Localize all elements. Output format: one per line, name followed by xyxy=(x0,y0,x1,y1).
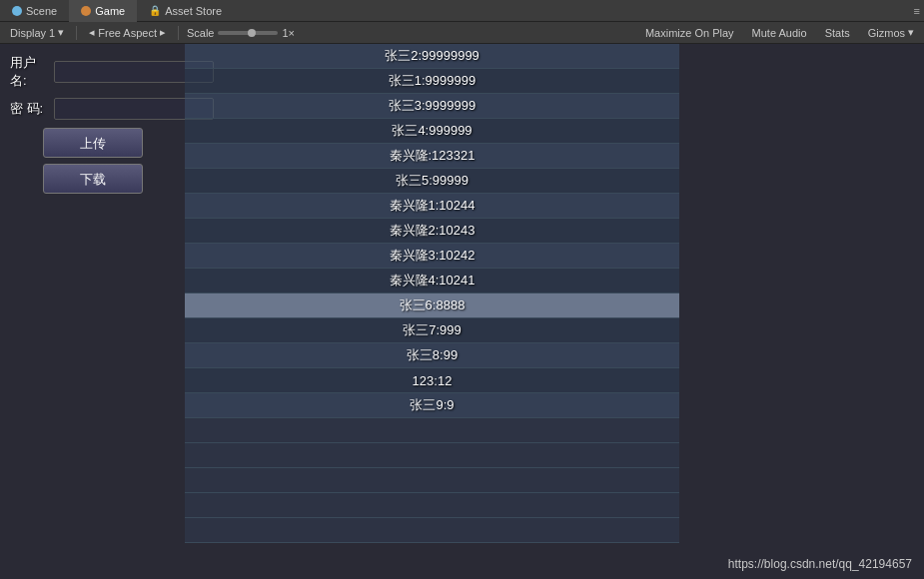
list-item[interactable]: 123:12 xyxy=(185,368,679,393)
tab-game[interactable]: Game xyxy=(69,0,137,22)
gizmos-btn[interactable]: Gizmos ▾ xyxy=(864,25,918,40)
tab-menu-icon[interactable]: ≡ xyxy=(914,5,924,17)
scene-icon xyxy=(12,6,22,16)
aspect-chevron-right-icon: ▸ xyxy=(160,26,166,39)
list-item[interactable]: 张三7:999 xyxy=(185,318,679,343)
toolbar-separator-2 xyxy=(178,26,179,40)
toolbar-separator-1 xyxy=(76,26,77,40)
mute-btn[interactable]: Mute Audio xyxy=(748,26,811,40)
toolbar-right: Maximize On Play Mute Audio Stats Gizmos… xyxy=(641,25,918,40)
aspect-chevron-left-icon: ◂ xyxy=(89,26,95,39)
tab-scene[interactable]: Scene xyxy=(0,0,69,22)
username-label: 用户名: xyxy=(10,54,50,90)
scale-slider-thumb xyxy=(248,29,256,37)
gizmos-label: Gizmos xyxy=(868,27,905,39)
gizmos-chevron-icon: ▾ xyxy=(908,26,914,39)
password-label: 密 码: xyxy=(10,100,50,118)
list-item[interactable]: 张三5:99999 xyxy=(185,169,679,194)
list-item[interactable]: 张三1:9999999 xyxy=(185,69,679,94)
leaderboard-panel: 张三2:99999999张三1:9999999张三3:9999999张三4:99… xyxy=(185,44,679,549)
aspect-label: Free Aspect xyxy=(98,27,157,39)
download-button[interactable]: 下载 xyxy=(43,164,143,194)
stats-btn[interactable]: Stats xyxy=(821,26,854,40)
scale-control: Scale 1× xyxy=(187,27,295,39)
list-item[interactable]: 张三8:99 xyxy=(185,343,679,368)
list-item[interactable] xyxy=(185,518,679,543)
list-item[interactable]: 秦兴隆2:10243 xyxy=(185,219,679,244)
display-label: Display 1 xyxy=(10,27,55,39)
ui-overlay: 用户名: 密 码: 上传 下载 xyxy=(0,44,185,210)
list-item[interactable] xyxy=(185,493,679,518)
display-chevron-icon: ▾ xyxy=(58,26,64,39)
upload-button[interactable]: 上传 xyxy=(43,128,143,158)
list-item[interactable] xyxy=(185,418,679,443)
list-item[interactable] xyxy=(185,443,679,468)
tab-scene-label: Scene xyxy=(26,5,57,17)
list-item[interactable]: 张三9:9 xyxy=(185,393,679,418)
tab-game-label: Game xyxy=(95,5,125,17)
tab-bar: Scene Game 🔒 Asset Store ≡ xyxy=(0,0,924,22)
maximize-btn[interactable]: Maximize On Play xyxy=(641,26,738,40)
toolbar: Display 1 ▾ ◂ Free Aspect ▸ Scale 1× Max… xyxy=(0,22,924,44)
tab-asset[interactable]: 🔒 Asset Store xyxy=(137,0,234,22)
list-item[interactable]: 秦兴隆1:10244 xyxy=(185,194,679,219)
tab-asset-label: Asset Store xyxy=(165,5,222,17)
list-item[interactable] xyxy=(185,468,679,493)
watermark: https://blog.csdn.net/qq_42194657 xyxy=(728,557,912,571)
scale-value: 1× xyxy=(282,27,295,39)
game-icon xyxy=(81,6,91,16)
list-item[interactable]: 张三6:8888 xyxy=(185,293,679,318)
list-item[interactable]: 秦兴隆3:10242 xyxy=(185,244,679,269)
leaderboard-list[interactable]: 张三2:99999999张三1:9999999张三3:9999999张三4:99… xyxy=(185,44,679,549)
list-item[interactable]: 秦兴隆4:10241 xyxy=(185,269,679,293)
list-item[interactable]: 张三2:99999999 xyxy=(185,44,679,69)
list-item[interactable]: 张三4:999999 xyxy=(185,119,679,144)
scale-label: Scale xyxy=(187,27,215,39)
list-item[interactable]: 张三3:9999999 xyxy=(185,94,679,119)
main-area: 用户名: 密 码: 上传 下载 张三2:99999999张三1:9999999张… xyxy=(0,44,924,579)
lock-icon: 🔒 xyxy=(149,5,161,16)
list-item[interactable]: 秦兴隆:123321 xyxy=(185,144,679,169)
scale-slider[interactable] xyxy=(218,31,278,35)
display-dropdown[interactable]: Display 1 ▾ xyxy=(6,25,68,40)
aspect-dropdown[interactable]: ◂ Free Aspect ▸ xyxy=(85,25,170,40)
username-row: 用户名: xyxy=(10,54,175,90)
password-row: 密 码: xyxy=(10,98,175,120)
